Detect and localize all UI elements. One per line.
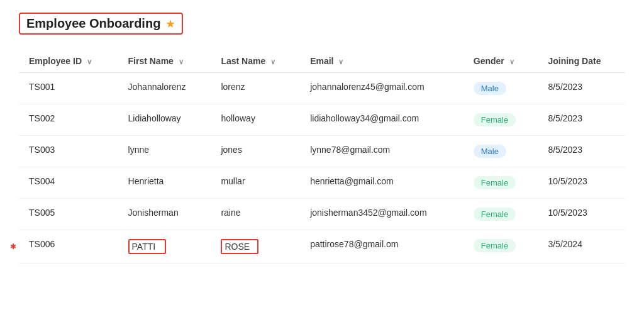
cell-employee-id: TS004 — [19, 167, 118, 199]
cell-first-name: Lidiaholloway — [118, 104, 211, 136]
cell-last-name: lorenz — [211, 73, 300, 104]
col-header-joining-date: Joining Date — [538, 50, 625, 73]
cell-employee-id: TS001 — [19, 73, 118, 104]
table-row: TS003lynnejoneslynne78@gmail.comMale8/5/… — [19, 136, 625, 167]
cell-first-name: Henrietta — [118, 167, 211, 199]
sort-arrow-email: ∨ — [338, 58, 343, 65]
cell-last-name: jones — [211, 136, 300, 167]
col-header-first-name[interactable]: First Name ∨ — [118, 50, 211, 73]
cell-employee-id: TS003 — [19, 136, 118, 167]
cell-gender: Male — [464, 136, 538, 167]
cell-first-name: PATTI — [118, 230, 211, 264]
cell-email: johannalorenz45@gmail.com — [300, 73, 464, 104]
col-header-last-name[interactable]: Last Name ∨ — [211, 50, 300, 73]
cell-first-name: Jonisherman — [118, 199, 211, 230]
page-wrapper: Employee Onboarding ★ Employee ID ∨ Firs… — [0, 0, 644, 276]
table-body: TS001Johannalorenzlorenzjohannalorenz45@… — [19, 73, 625, 264]
highlighted-last-name: ROSE — [221, 239, 258, 254]
cell-email: lynne78@gmail.com — [300, 136, 464, 167]
gender-badge: Female — [474, 208, 516, 221]
cell-email: jonisherman3452@gmail.com — [300, 199, 464, 230]
gender-badge: Male — [474, 145, 506, 158]
table-row: TS005Jonishermanrainejonisherman3452@gma… — [19, 199, 625, 230]
cell-gender: Female — [464, 167, 538, 199]
table-row: TS006PATTIROSEpattirose78@gmail.omFemale… — [19, 230, 625, 264]
sort-arrow-last-name: ∨ — [270, 58, 275, 65]
cell-joining-date: 10/5/2023 — [538, 199, 625, 230]
cell-employee-id: TS006 — [19, 230, 118, 264]
cell-first-name: Johannalorenz — [118, 73, 211, 104]
cell-gender: Female — [464, 230, 538, 264]
cell-last-name: mullar — [211, 167, 300, 199]
table-row: TS002Lidiahollowayhollowaylidiaholloway3… — [19, 104, 625, 136]
table-row: TS004Henriettamullarhenrietta@gmail.comF… — [19, 167, 625, 199]
gender-badge: Female — [474, 239, 516, 252]
cell-gender: Male — [464, 73, 538, 104]
cell-last-name: raine — [211, 199, 300, 230]
sort-arrow-gender: ∨ — [509, 58, 514, 65]
cell-last-name: ROSE — [211, 230, 300, 264]
cell-joining-date: 8/5/2023 — [538, 104, 625, 136]
cell-employee-id: TS005 — [19, 199, 118, 230]
cell-last-name: holloway — [211, 104, 300, 136]
sort-arrow-employee-id: ∨ — [87, 58, 92, 65]
cell-email: lidiaholloway34@gmail.com — [300, 104, 464, 136]
cell-employee-id: TS002 — [19, 104, 118, 136]
col-header-employee-id[interactable]: Employee ID ∨ — [19, 50, 118, 73]
gender-badge: Female — [474, 113, 516, 126]
cell-joining-date: 8/5/2023 — [538, 73, 625, 104]
cell-joining-date: 3/5/2024 — [538, 230, 625, 264]
cell-gender: Female — [464, 199, 538, 230]
cell-joining-date: 8/5/2023 — [538, 136, 625, 167]
table-row: TS001Johannalorenzlorenzjohannalorenz45@… — [19, 73, 625, 104]
star-icon[interactable]: ★ — [165, 17, 175, 31]
cell-joining-date: 10/5/2023 — [538, 167, 625, 199]
col-header-email[interactable]: Email ∨ — [300, 50, 464, 73]
col-header-gender[interactable]: Gender ∨ — [464, 50, 538, 73]
highlighted-first-name: PATTI — [128, 239, 166, 254]
gender-badge: Male — [474, 82, 506, 95]
gender-badge: Female — [474, 176, 516, 189]
cell-gender: Female — [464, 104, 538, 136]
page-title-wrapper: Employee Onboarding ★ — [19, 13, 183, 35]
cell-email: henrietta@gmail.com — [300, 167, 464, 199]
cell-first-name: lynne — [118, 136, 211, 167]
sort-arrow-first-name: ∨ — [179, 58, 184, 65]
employee-table: Employee ID ∨ First Name ∨ Last Name ∨ E… — [19, 50, 625, 264]
page-title: Employee Onboarding — [26, 16, 160, 31]
cell-email: pattirose78@gmail.om — [300, 230, 464, 264]
table-header-row: Employee ID ∨ First Name ∨ Last Name ∨ E… — [19, 50, 625, 73]
